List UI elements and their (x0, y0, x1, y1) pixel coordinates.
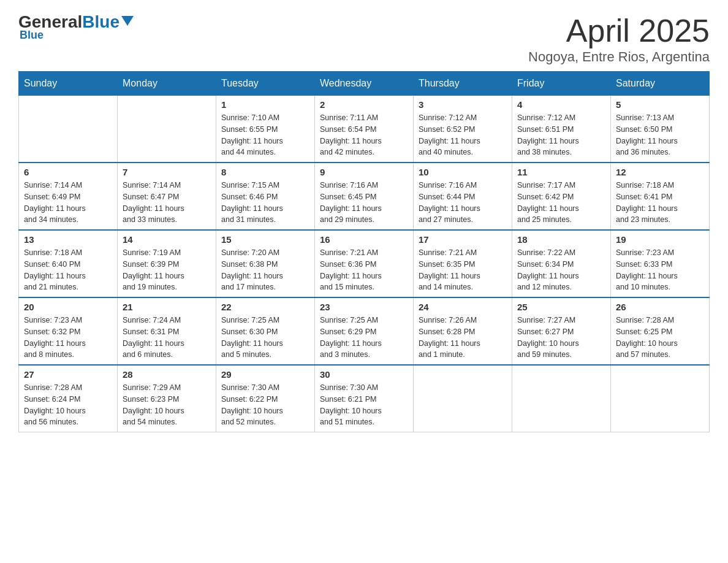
day-number: 2 (320, 99, 408, 110)
logo-triangle-icon (121, 16, 134, 26)
day-info: Sunrise: 7:11 AMSunset: 6:54 PMDaylight:… (320, 112, 408, 158)
weekday-header-friday: Friday (512, 72, 611, 96)
day-info: Sunrise: 7:18 AMSunset: 6:41 PMDaylight:… (616, 180, 704, 226)
calendar-cell: 9Sunrise: 7:16 AMSunset: 6:45 PMDaylight… (315, 163, 414, 230)
day-number: 7 (123, 167, 211, 177)
calendar-cell: 8Sunrise: 7:15 AMSunset: 6:46 PMDaylight… (216, 163, 315, 230)
calendar-cell: 30Sunrise: 7:30 AMSunset: 6:21 PMDayligh… (315, 365, 414, 432)
day-number: 28 (123, 369, 211, 380)
logo-blue-text: Blue (82, 12, 119, 32)
day-info: Sunrise: 7:20 AMSunset: 6:38 PMDaylight:… (221, 247, 309, 293)
page-header: General Blue Blue April 2025 Nogoya, Ent… (18, 12, 710, 65)
calendar-cell: 14Sunrise: 7:19 AMSunset: 6:39 PMDayligh… (118, 230, 216, 297)
day-info: Sunrise: 7:16 AMSunset: 6:44 PMDaylight:… (419, 180, 507, 226)
calendar-cell: 25Sunrise: 7:27 AMSunset: 6:27 PMDayligh… (512, 297, 611, 365)
page-subtitle: Nogoya, Entre Rios, Argentina (528, 49, 710, 65)
day-number: 23 (320, 302, 408, 312)
calendar-cell: 10Sunrise: 7:16 AMSunset: 6:44 PMDayligh… (414, 163, 512, 230)
calendar-cell (611, 365, 710, 432)
calendar-cell: 24Sunrise: 7:26 AMSunset: 6:28 PMDayligh… (414, 297, 512, 365)
day-info: Sunrise: 7:18 AMSunset: 6:40 PMDaylight:… (24, 247, 112, 293)
day-number: 16 (320, 234, 408, 245)
day-number: 13 (24, 234, 112, 245)
calendar-table: SundayMondayTuesdayWednesdayThursdayFrid… (18, 71, 710, 432)
calendar-week-1: 1Sunrise: 7:10 AMSunset: 6:55 PMDaylight… (19, 96, 710, 163)
day-number: 29 (221, 369, 309, 380)
day-number: 10 (419, 167, 507, 177)
day-number: 9 (320, 167, 408, 177)
day-number: 1 (221, 99, 309, 110)
day-number: 4 (517, 99, 605, 110)
calendar-cell: 16Sunrise: 7:21 AMSunset: 6:36 PMDayligh… (315, 230, 414, 297)
logo: General Blue Blue (18, 12, 134, 42)
day-number: 20 (24, 302, 112, 312)
day-number: 14 (123, 234, 211, 245)
day-number: 27 (24, 369, 112, 380)
day-info: Sunrise: 7:13 AMSunset: 6:50 PMDaylight:… (616, 112, 704, 158)
day-number: 19 (616, 234, 704, 245)
day-info: Sunrise: 7:29 AMSunset: 6:23 PMDaylight:… (123, 382, 211, 428)
day-info: Sunrise: 7:14 AMSunset: 6:47 PMDaylight:… (123, 180, 211, 226)
calendar-cell: 22Sunrise: 7:25 AMSunset: 6:30 PMDayligh… (216, 297, 315, 365)
day-info: Sunrise: 7:25 AMSunset: 6:29 PMDaylight:… (320, 315, 408, 361)
day-number: 8 (221, 167, 309, 177)
calendar-header-row: SundayMondayTuesdayWednesdayThursdayFrid… (19, 72, 710, 96)
day-number: 3 (419, 99, 507, 110)
calendar-cell: 1Sunrise: 7:10 AMSunset: 6:55 PMDaylight… (216, 96, 315, 163)
day-number: 11 (517, 167, 605, 177)
calendar-cell (512, 365, 611, 432)
day-number: 30 (320, 369, 408, 380)
day-number: 15 (221, 234, 309, 245)
day-info: Sunrise: 7:25 AMSunset: 6:30 PMDaylight:… (221, 315, 309, 361)
day-number: 18 (517, 234, 605, 245)
day-number: 26 (616, 302, 704, 312)
day-info: Sunrise: 7:23 AMSunset: 6:32 PMDaylight:… (24, 315, 112, 361)
calendar-cell: 6Sunrise: 7:14 AMSunset: 6:49 PMDaylight… (19, 163, 118, 230)
day-info: Sunrise: 7:12 AMSunset: 6:52 PMDaylight:… (419, 112, 507, 158)
day-info: Sunrise: 7:24 AMSunset: 6:31 PMDaylight:… (123, 315, 211, 361)
day-number: 17 (419, 234, 507, 245)
calendar-cell: 13Sunrise: 7:18 AMSunset: 6:40 PMDayligh… (19, 230, 118, 297)
day-info: Sunrise: 7:17 AMSunset: 6:42 PMDaylight:… (517, 180, 605, 226)
day-info: Sunrise: 7:28 AMSunset: 6:25 PMDaylight:… (616, 315, 704, 361)
weekday-header-monday: Monday (118, 72, 216, 96)
calendar-cell: 27Sunrise: 7:28 AMSunset: 6:24 PMDayligh… (19, 365, 118, 432)
day-info: Sunrise: 7:12 AMSunset: 6:51 PMDaylight:… (517, 112, 605, 158)
calendar-cell: 26Sunrise: 7:28 AMSunset: 6:25 PMDayligh… (611, 297, 710, 365)
day-info: Sunrise: 7:14 AMSunset: 6:49 PMDaylight:… (24, 180, 112, 226)
day-info: Sunrise: 7:27 AMSunset: 6:27 PMDaylight:… (517, 315, 605, 361)
calendar-cell: 21Sunrise: 7:24 AMSunset: 6:31 PMDayligh… (118, 297, 216, 365)
day-info: Sunrise: 7:10 AMSunset: 6:55 PMDaylight:… (221, 112, 309, 158)
day-number: 21 (123, 302, 211, 312)
day-number: 12 (616, 167, 704, 177)
calendar-cell: 29Sunrise: 7:30 AMSunset: 6:22 PMDayligh… (216, 365, 315, 432)
calendar-week-5: 27Sunrise: 7:28 AMSunset: 6:24 PMDayligh… (19, 365, 710, 432)
day-info: Sunrise: 7:19 AMSunset: 6:39 PMDaylight:… (123, 247, 211, 293)
calendar-cell (19, 96, 118, 163)
calendar-cell: 5Sunrise: 7:13 AMSunset: 6:50 PMDaylight… (611, 96, 710, 163)
day-info: Sunrise: 7:28 AMSunset: 6:24 PMDaylight:… (24, 382, 112, 428)
day-info: Sunrise: 7:21 AMSunset: 6:36 PMDaylight:… (320, 247, 408, 293)
weekday-header-thursday: Thursday (414, 72, 512, 96)
day-info: Sunrise: 7:30 AMSunset: 6:21 PMDaylight:… (320, 382, 408, 428)
day-info: Sunrise: 7:15 AMSunset: 6:46 PMDaylight:… (221, 180, 309, 226)
calendar-cell (414, 365, 512, 432)
calendar-week-3: 13Sunrise: 7:18 AMSunset: 6:40 PMDayligh… (19, 230, 710, 297)
day-number: 24 (419, 302, 507, 312)
day-info: Sunrise: 7:22 AMSunset: 6:34 PMDaylight:… (517, 247, 605, 293)
calendar-cell: 2Sunrise: 7:11 AMSunset: 6:54 PMDaylight… (315, 96, 414, 163)
calendar-week-4: 20Sunrise: 7:23 AMSunset: 6:32 PMDayligh… (19, 297, 710, 365)
calendar-cell: 19Sunrise: 7:23 AMSunset: 6:33 PMDayligh… (611, 230, 710, 297)
page-title: April 2025 (528, 12, 710, 49)
day-info: Sunrise: 7:30 AMSunset: 6:22 PMDaylight:… (221, 382, 309, 428)
calendar-cell: 28Sunrise: 7:29 AMSunset: 6:23 PMDayligh… (118, 365, 216, 432)
calendar-cell: 4Sunrise: 7:12 AMSunset: 6:51 PMDaylight… (512, 96, 611, 163)
day-info: Sunrise: 7:26 AMSunset: 6:28 PMDaylight:… (419, 315, 507, 361)
calendar-cell: 17Sunrise: 7:21 AMSunset: 6:35 PMDayligh… (414, 230, 512, 297)
calendar-cell (118, 96, 216, 163)
calendar-cell: 7Sunrise: 7:14 AMSunset: 6:47 PMDaylight… (118, 163, 216, 230)
day-number: 5 (616, 99, 704, 110)
weekday-header-wednesday: Wednesday (315, 72, 414, 96)
calendar-cell: 3Sunrise: 7:12 AMSunset: 6:52 PMDaylight… (414, 96, 512, 163)
logo-underline: Blue (20, 29, 44, 42)
